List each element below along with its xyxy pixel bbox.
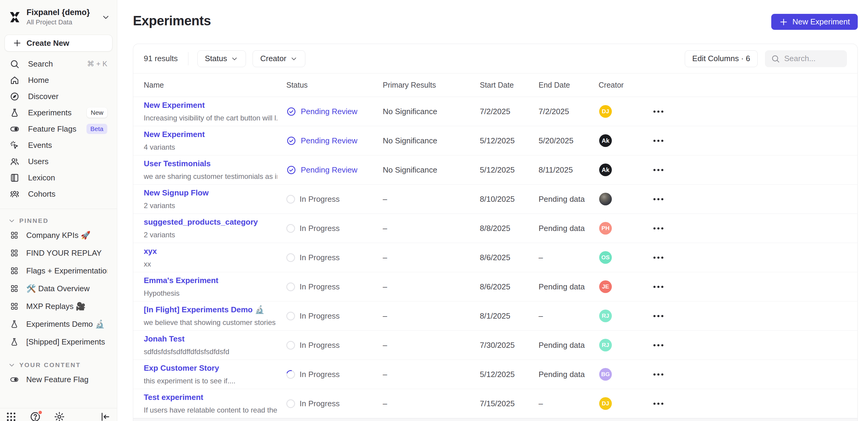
filter-dropdown-button[interactable]: Creator (253, 50, 305, 67)
new-experiment-button[interactable]: New Experiment (771, 14, 858, 30)
row-actions-menu[interactable] (653, 227, 672, 229)
experiment-name-link[interactable]: Exp Customer Story (144, 363, 277, 373)
your-content-section-header[interactable]: YOUR CONTENT (8, 361, 109, 369)
fixpanel-logo-icon (8, 10, 22, 24)
row-actions-menu[interactable] (653, 140, 672, 142)
chevron-down-icon[interactable] (101, 13, 110, 22)
creator-avatar[interactable]: OS (599, 251, 612, 264)
settings-gear-icon[interactable] (54, 411, 65, 421)
creator-avatar[interactable]: DJ (599, 105, 612, 118)
sidebar-nav-item[interactable]: Users (4, 153, 113, 169)
chevron-down-icon (8, 217, 16, 225)
status-ring-icon (286, 283, 295, 291)
experiment-name-link[interactable]: New Experiment (144, 130, 277, 139)
sidebar-nav-item[interactable]: Discover (4, 88, 113, 104)
status-label[interactable]: Pending Review (301, 165, 358, 175)
your-content-list: New Feature Flag (0, 371, 117, 388)
experiment-name-link[interactable]: Jonah Test (144, 334, 277, 344)
row-actions-menu[interactable] (653, 257, 672, 259)
creator-avatar[interactable]: DJ (599, 397, 612, 410)
experiment-name-link[interactable]: User Testimonials (144, 159, 277, 168)
workspace-name: Fixpanel {demo} (27, 8, 101, 17)
your-content-item[interactable]: New Feature Flag (4, 371, 113, 388)
creator-avatar[interactable]: RJ (599, 339, 612, 351)
sidebar-nav-item[interactable]: Cohorts (4, 186, 113, 202)
pinned-item[interactable]: 🛠️ Data Overview (4, 280, 113, 297)
sidebar-nav-item[interactable]: Home (4, 72, 113, 88)
pinned-item[interactable]: [Shipped] Experiments Demo 🖊️ (4, 333, 113, 351)
status-label[interactable]: In Progress (300, 253, 340, 262)
creator-avatar[interactable]: Ak (599, 134, 612, 147)
creator-avatar[interactable]: RJ (599, 310, 612, 322)
experiment-name-link[interactable]: suggested_products_category (144, 218, 277, 227)
experiment-name-link[interactable]: Emma's Experiment (144, 276, 277, 285)
status-ring-icon (286, 224, 295, 233)
creator-avatar[interactable] (599, 193, 612, 205)
status-label[interactable]: In Progress (300, 399, 340, 408)
status-label[interactable]: Pending Review (301, 136, 358, 145)
status-label[interactable]: In Progress (300, 370, 340, 379)
pinned-item-label: MXP Replays 🎥 (26, 302, 107, 311)
status-label[interactable]: In Progress (300, 341, 340, 350)
creator-avatar[interactable]: JE (599, 280, 612, 293)
experiment-name-link[interactable]: New Experiment (144, 101, 277, 110)
sidebar-nav-item[interactable]: Search ⌘ + K (4, 56, 113, 72)
experiment-name-link[interactable]: xyx (144, 247, 277, 256)
row-actions-menu[interactable] (653, 198, 672, 200)
experiments-card: 91 results Status Creator Edit Columns ·… (133, 44, 858, 421)
row-actions-menu[interactable] (653, 374, 672, 376)
column-header-primary-results[interactable]: Primary Results (383, 81, 480, 90)
row-actions-menu[interactable] (653, 110, 672, 112)
apps-grid-icon[interactable] (5, 411, 17, 421)
sidebar-nav-item[interactable]: Experiments New (4, 104, 113, 121)
status-label[interactable]: In Progress (300, 195, 340, 204)
pinned-item-icon (10, 231, 19, 240)
sidebar-nav-item[interactable]: Feature Flags Beta (4, 121, 113, 137)
sidebar-nav-item[interactable]: Events (4, 137, 113, 153)
experiment-name-link[interactable]: New Signup Flow (144, 188, 277, 198)
nav-item-icon (10, 157, 20, 166)
status-ring-icon (286, 341, 295, 350)
pinned-item[interactable]: FIND YOUR REPLAY (4, 244, 113, 262)
create-new-button[interactable]: Create New (4, 35, 113, 52)
help-icon[interactable] (30, 411, 41, 421)
table-search-input[interactable] (784, 54, 841, 63)
row-actions-menu[interactable] (653, 286, 672, 288)
nav-item-icon (10, 140, 20, 150)
status-label[interactable]: Pending Review (301, 107, 358, 116)
pinned-section-header[interactable]: PINNED (8, 217, 109, 225)
status-cell: In Progress (286, 224, 383, 233)
status-label[interactable]: In Progress (300, 312, 340, 321)
filter-dropdown-button[interactable]: Status (197, 50, 246, 67)
sidebar-bottom-bar (0, 408, 117, 421)
creator-avatar[interactable]: PH (599, 222, 612, 235)
nav-item-label: Search (28, 59, 79, 69)
status-label[interactable]: In Progress (300, 282, 340, 292)
row-actions-menu[interactable] (653, 315, 672, 317)
workspace-switcher[interactable]: Fixpanel {demo} All Project Data (0, 0, 117, 29)
experiment-name-link[interactable]: Test experiment (144, 393, 277, 402)
row-actions-menu[interactable] (653, 344, 672, 346)
column-header-start-date[interactable]: Start Date (480, 81, 538, 90)
experiment-subtitle: Increasing visibility of the cart button… (144, 114, 277, 122)
nav-item-icon (10, 124, 20, 134)
collapse-sidebar-icon[interactable] (99, 411, 111, 421)
edit-columns-button[interactable]: Edit Columns · 6 (685, 50, 758, 67)
row-actions-menu[interactable] (653, 169, 672, 171)
pinned-item[interactable]: MXP Replays 🎥 (4, 297, 113, 315)
pinned-item[interactable]: Experiments Demo 🔬 (4, 315, 113, 333)
status-cell: In Progress (286, 399, 383, 408)
pinned-item[interactable]: Flags + Experimentation Demo 🚩 (4, 262, 113, 280)
sidebar-nav-item[interactable]: Lexicon (4, 169, 113, 186)
creator-avatar[interactable]: Ak (599, 164, 612, 176)
status-label[interactable]: In Progress (300, 224, 340, 233)
column-header-end-date[interactable]: End Date (538, 81, 598, 90)
column-header-status[interactable]: Status (286, 81, 383, 90)
column-header-creator[interactable]: Creator (598, 81, 653, 90)
pinned-item[interactable]: Company KPIs 🚀 (4, 226, 113, 244)
nav-item-icon (10, 59, 20, 69)
row-actions-menu[interactable] (653, 402, 672, 405)
creator-avatar[interactable]: BG (599, 368, 612, 381)
experiment-name-link[interactable]: [In Flight] Experiments Demo 🔬 (144, 305, 277, 314)
column-header-name[interactable]: Name (144, 81, 286, 90)
